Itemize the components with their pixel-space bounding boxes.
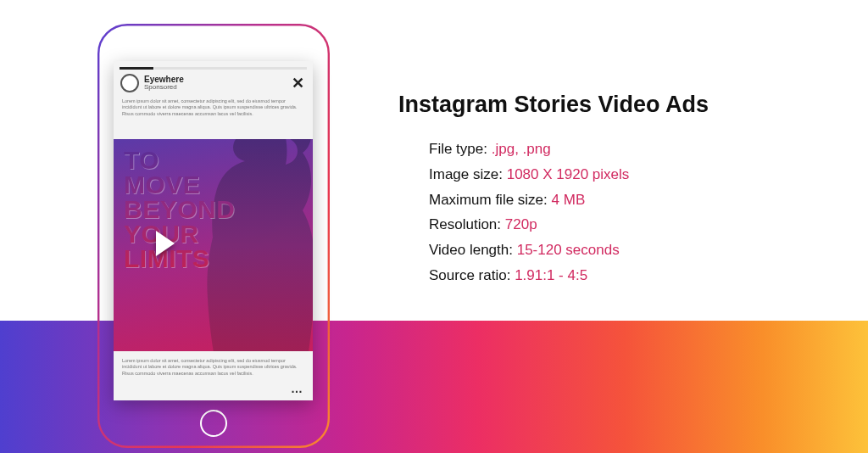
spec-value: 4 MB [552, 192, 586, 208]
spec-label: Source ratio: [429, 267, 510, 283]
story-headline: TO MOVE BEYOND YOUR LIMITS [124, 148, 235, 271]
spec-label: Video length: [429, 242, 513, 258]
spec-row: Source ratio: 1.91:1 - 4:5 [429, 263, 822, 288]
spec-label: Image size: [429, 166, 503, 182]
page-title: Instagram Stories Video Ads [398, 92, 822, 118]
brand-block: Eyewhere Sponsored [144, 75, 184, 92]
spec-value: 1080 X 1920 pixels [507, 166, 630, 182]
spec-label: File type: [429, 141, 487, 157]
specs-panel: Instagram Stories Video Ads File type: .… [398, 92, 822, 288]
spec-row: File type: .jpg, .png [429, 137, 822, 162]
story-hero: TO MOVE BEYOND YOUR LIMITS [114, 139, 313, 351]
spec-value: 15-120 seconds [517, 242, 620, 258]
spec-value: 720p [505, 216, 537, 232]
spec-label: Maximum file size: [429, 192, 548, 208]
close-icon[interactable]: ✕ [292, 76, 306, 91]
phone-mockup: Eyewhere Sponsored ✕ Lorem ipsum dolor s… [97, 24, 330, 448]
spec-value: 1.91:1 - 4:5 [515, 267, 587, 283]
story-bottom-caption: Lorem ipsum dolor sit amet, consectetur … [122, 358, 304, 377]
phone-home-button [200, 410, 227, 437]
story-progress-fill [120, 67, 153, 70]
spec-row: Resolution: 720p [429, 212, 822, 238]
spec-label: Resolution: [429, 216, 501, 232]
more-icon[interactable]: … [291, 382, 304, 395]
avatar [120, 74, 139, 92]
spec-value: .jpg, .png [492, 141, 551, 157]
story-header: Eyewhere Sponsored ✕ [120, 74, 306, 92]
story-progress-track [154, 67, 307, 70]
sponsored-label: Sponsored [144, 84, 184, 92]
phone-earpiece [191, 43, 236, 48]
play-icon[interactable] [156, 231, 175, 256]
story-top-caption: Lorem ipsum dolor sit amet, consectetur … [122, 98, 304, 117]
specs-list: File type: .jpg, .png Image size: 1080 X… [398, 137, 822, 288]
story-preview-card: Eyewhere Sponsored ✕ Lorem ipsum dolor s… [114, 61, 313, 400]
spec-row: Maximum file size: 4 MB [429, 187, 822, 213]
spec-row: Video length: 15-120 seconds [429, 238, 822, 263]
spec-row: Image size: 1080 X 1920 pixels [429, 162, 822, 187]
